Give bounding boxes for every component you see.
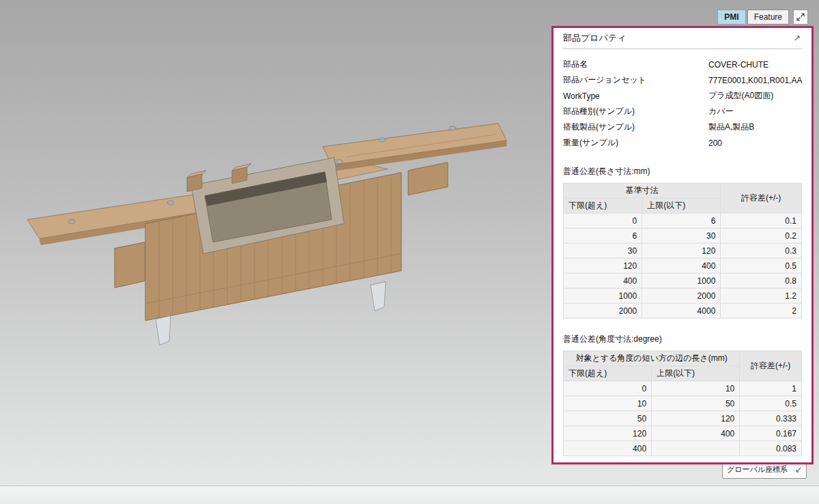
cad-app-window: { "colors": { "panel_accent_border": "#b…: [0, 0, 819, 504]
upper-cell: 400: [642, 258, 721, 273]
upper-cell: 50: [652, 396, 740, 411]
panel-title: 部品プロパティ: [563, 32, 627, 44]
lower-cell: 1000: [564, 288, 642, 303]
upper-cell: 6: [642, 213, 721, 228]
tab-feature[interactable]: Feature: [747, 10, 789, 25]
tolerance-row: 1000 2000 1.2: [564, 288, 802, 303]
upper-cell: [652, 441, 740, 456]
tolerance-row: 0 10 1: [564, 381, 802, 396]
angle-tolerance-title: 普通公差(角度寸法:degree): [563, 333, 802, 345]
arrow-ne-icon: [794, 35, 801, 42]
tolerance-row: 120 400 0.5: [564, 258, 802, 273]
property-row: 部品名 COVER-CHUTE: [563, 57, 802, 72]
property-value: プラ成型(A0図面): [708, 90, 802, 102]
table-header-row: 対象とする角度の短い方の辺の長さ(mm) 許容差(+/-): [564, 351, 802, 366]
upper-cell: 1000: [642, 273, 721, 288]
arrow-sw-icon: [795, 466, 802, 473]
table-header-row: 基準寸法 許容差(+/-): [564, 183, 802, 198]
panel-header: 部品プロパティ: [563, 28, 802, 49]
property-label: 搭載製品(サンプル): [563, 121, 708, 133]
lower-header-cell: 下限(超え): [564, 366, 652, 381]
upper-header-cell: 上限(以下): [642, 198, 721, 213]
length-tolerance-table: 基準寸法 許容差(+/-) 下限(超え) 上限(以下) 0 6 0.1 6 30…: [563, 183, 802, 318]
view-toolbar: PMI Feature: [717, 10, 808, 25]
tolerance-cell: 0.8: [721, 273, 802, 288]
property-row: WorkType プラ成型(A0図面): [563, 88, 802, 104]
tolerance-row: 10 50 0.5: [564, 396, 802, 411]
property-row: 搭載製品(サンプル) 製品A,製品B: [563, 119, 802, 135]
global-coordinate-label: グローバル座標系: [727, 464, 788, 475]
fullscreen-button[interactable]: [793, 10, 808, 25]
tolerance-row: 120 400 0.167: [564, 426, 802, 441]
upper-cell: 2000: [642, 288, 721, 303]
upper-cell: 120: [642, 243, 721, 258]
property-label: 部品種別(サンプル): [563, 106, 708, 117]
tolerance-cell: 0.1: [721, 213, 802, 228]
tolerance-row: 30 120 0.3: [564, 243, 802, 258]
tolerance-cell: 0.5: [721, 258, 802, 273]
tab-pmi[interactable]: PMI: [717, 10, 745, 25]
property-label: 部品名: [563, 59, 708, 70]
property-value: COVER-CHUTE: [708, 60, 802, 70]
lower-cell: 400: [564, 441, 652, 456]
tolerance-cell: 0.3: [721, 243, 802, 258]
lower-cell: 120: [564, 258, 642, 273]
tolerance-cell: 1.2: [721, 288, 802, 303]
part-properties-panel: 部品プロパティ 部品名 COVER-CHUTE 部品バージョンセット 777E0…: [551, 26, 814, 464]
tolerance-header-cell: 許容差(+/-): [721, 183, 802, 213]
property-value: 777E0001,K001,R001,AA: [708, 76, 802, 85]
property-value: 製品A,製品B: [708, 121, 802, 133]
tolerance-header-cell: 許容差(+/-): [740, 351, 802, 381]
expand-icon: [796, 13, 805, 21]
upper-cell: 4000: [642, 303, 721, 318]
upper-cell: 10: [652, 381, 740, 396]
tolerance-cell: 0.333: [740, 411, 802, 426]
tolerance-row: 50 120 0.333: [564, 411, 802, 426]
property-label: 部品バージョンセット: [563, 74, 708, 86]
lower-cell: 6: [564, 228, 642, 243]
tolerance-cell: 0.167: [740, 426, 802, 441]
property-list: 部品名 COVER-CHUTE 部品バージョンセット 777E0001,K001…: [563, 57, 802, 151]
lower-cell: 400: [564, 273, 642, 288]
tolerance-row: 6 30 0.2: [564, 228, 802, 243]
tolerance-cell: 0.083: [740, 441, 802, 456]
property-row: 部品種別(サンプル) カバー: [563, 104, 802, 119]
lower-cell: 0: [564, 381, 652, 396]
tolerance-cell: 0.5: [740, 396, 802, 411]
group-header-cell: 対象とする角度の短い方の辺の長さ(mm): [564, 351, 740, 366]
lower-cell: 30: [564, 243, 642, 258]
tolerance-row: 400 0.083: [564, 441, 802, 456]
property-value: カバー: [708, 106, 802, 117]
tolerance-row: 2000 4000 2: [564, 303, 802, 318]
lower-cell: 120: [564, 426, 652, 441]
group-header-cell: 基準寸法: [564, 183, 721, 198]
property-row: 重量(サンプル) 200: [563, 135, 802, 151]
tolerance-cell: 1: [740, 381, 802, 396]
panel-collapse-button[interactable]: [792, 33, 802, 43]
tolerance-row: 400 1000 0.8: [564, 273, 802, 288]
tolerance-row: 0 6 0.1: [564, 213, 802, 228]
upper-cell: 120: [652, 411, 740, 426]
lower-cell: 10: [564, 396, 652, 411]
cover-chute-3d-model: [19, 102, 524, 361]
lower-cell: 0: [564, 213, 642, 228]
angle-tolerance-table: 対象とする角度の短い方の辺の長さ(mm) 許容差(+/-) 下限(超え) 上限(…: [563, 351, 802, 456]
tolerance-cell: 0.2: [721, 228, 802, 243]
tolerance-cell: 2: [721, 303, 802, 318]
upper-header-cell: 上限(以下): [652, 366, 740, 381]
lower-header-cell: 下限(超え): [564, 198, 642, 213]
upper-cell: 30: [642, 228, 721, 243]
lower-cell: 50: [564, 411, 652, 426]
upper-cell: 400: [652, 426, 740, 441]
property-label: WorkType: [563, 91, 708, 101]
status-bar: [0, 486, 819, 504]
property-label: 重量(サンプル): [563, 137, 708, 149]
property-row: 部品バージョンセット 777E0001,K001,R001,AA: [563, 72, 802, 88]
length-tolerance-title: 普通公差(長さ寸法:mm): [563, 166, 802, 177]
lower-cell: 2000: [564, 303, 642, 318]
property-value: 200: [708, 138, 802, 148]
